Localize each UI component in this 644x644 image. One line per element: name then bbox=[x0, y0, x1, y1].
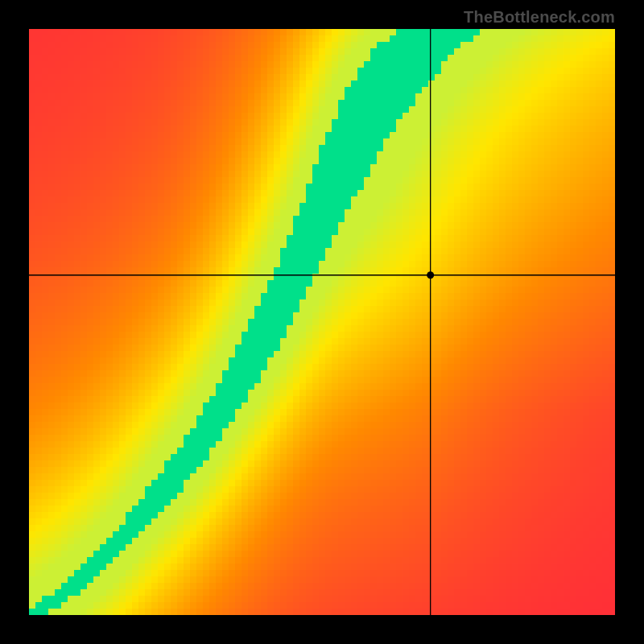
heatmap-plot bbox=[29, 29, 615, 615]
heatmap-canvas bbox=[29, 29, 615, 615]
watermark-text: TheBottleneck.com bbox=[464, 8, 615, 27]
chart-container: TheBottleneck.com bbox=[0, 0, 644, 644]
